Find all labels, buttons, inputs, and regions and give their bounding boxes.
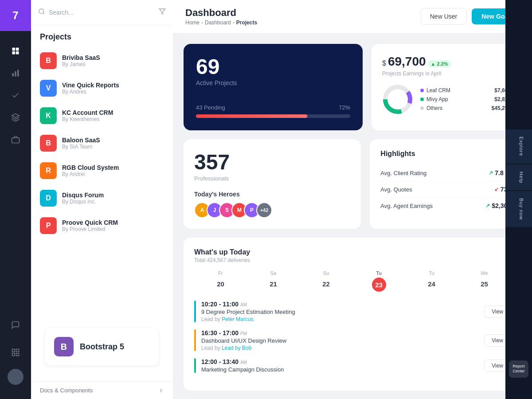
highlight-row-2: Avg. Quotes ↙730 (380, 181, 511, 198)
explore-tab[interactable]: Explore (505, 129, 532, 163)
project-logo-1: V (40, 80, 57, 97)
header: Dashboard Home - Dashboard - Projects Ne… (173, 0, 532, 33)
filter-icon[interactable] (159, 8, 166, 17)
legend: Leaf CRM Mivy App Others (420, 87, 485, 111)
sidebar-icon-layers[interactable] (0, 106, 31, 129)
sidebar-icon-message[interactable] (0, 314, 31, 336)
svg-rect-10 (16, 349, 19, 352)
project-item-5[interactable]: D Disqus Forum By Disqus Inc. (31, 184, 173, 212)
cal-day-21[interactable]: Sa 21 (247, 270, 300, 292)
svg-point-13 (39, 9, 44, 14)
buy-now-tab[interactable]: Buy now (505, 191, 532, 227)
projects-title: Projects (31, 25, 173, 47)
arrow-up-1: ↗ (489, 170, 493, 176)
event-title-1: 9 Degree Project Estimation Meeting (201, 309, 479, 315)
sidebar-icon-home[interactable] (0, 40, 31, 62)
breadcrumb-projects: Projects (236, 20, 257, 26)
project-item-6[interactable]: P Proove Quick CRM By Proove Limited (31, 212, 173, 239)
event-lead-link-1[interactable]: Peter Marcus (222, 316, 253, 322)
svg-marker-7 (12, 114, 20, 117)
cal-day-22[interactable]: Su 22 (300, 270, 352, 292)
sidebar-icon-charts[interactable] (0, 62, 31, 84)
project-name-3: Baloon SaaS (62, 137, 164, 144)
svg-marker-15 (159, 9, 165, 14)
avatar-more: +42 (256, 202, 272, 218)
help-tab[interactable]: Help (505, 164, 532, 191)
pending-pct: 72% (339, 104, 350, 111)
event-3: 12:00 - 13:40 AM Marketing Campaign Disc… (194, 358, 511, 373)
svg-rect-12 (12, 353, 15, 356)
cal-day-24[interactable]: Tu 24 (405, 270, 458, 292)
project-by-0: By James (62, 61, 164, 67)
legend-dot-mivy (420, 98, 424, 101)
event-content-3: 12:00 - 13:40 AM Marketing Campaign Disc… (201, 358, 479, 373)
legend-mivy: Mivy App (420, 96, 485, 102)
project-item-3[interactable]: B Baloon SaaS By SIA Team (31, 129, 173, 157)
docs-link[interactable]: Docs & Components (31, 381, 173, 399)
header-actions: New User New Goal (421, 8, 520, 25)
project-item-4[interactable]: R RGB Cloud System By Andrei (31, 157, 173, 184)
project-item-2[interactable]: K KC Account CRM By Keenthemes (31, 102, 173, 129)
new-user-button[interactable]: New User (421, 8, 466, 25)
project-logo-5: D (40, 190, 57, 207)
project-item-0[interactable]: B Briviba SaaS By James (31, 47, 173, 74)
earnings-number: 69,700 (388, 55, 426, 69)
sidebar-icon-briefcase[interactable] (0, 129, 31, 151)
event-time-3: 12:00 - 13:40 AM (201, 358, 479, 365)
progress-bar-fill (196, 114, 307, 118)
bootstrap-card: B Bootstrap 5 (45, 328, 159, 365)
report-center-button[interactable]: Report Center (509, 360, 528, 378)
project-logo-3: B (40, 135, 57, 152)
progress-bar-bg (196, 114, 350, 118)
search-bar (31, 0, 173, 25)
svg-rect-11 (16, 353, 19, 356)
project-by-4: By Andrei (62, 171, 164, 177)
project-name-2: KC Account CRM (62, 109, 164, 116)
event-lead-link-2[interactable]: Lead by Bob (222, 345, 251, 351)
earnings-subtitle: Projects Earnings in April (382, 70, 511, 77)
page-title: Dashboard (185, 7, 257, 19)
project-name-1: Vine Quick Reports (62, 82, 164, 89)
breadcrumb: Home - Dashboard - Projects (185, 20, 257, 26)
bootstrap-title: Bootstrap 5 (80, 342, 124, 352)
legend-others: Others (420, 105, 485, 111)
arrow-down-2: ↙ (494, 186, 499, 192)
professionals-card: 357 Professionals Today's Heroes A J S M… (184, 139, 361, 229)
project-by-1: By Andres (62, 89, 164, 95)
svg-rect-8 (12, 138, 20, 143)
project-name-6: Proove Quick CRM (62, 219, 164, 226)
event-lead-2: Lead by Lead by Bob (201, 345, 479, 351)
search-input[interactable] (49, 9, 155, 16)
sidebar-icon-grid2[interactable] (0, 341, 31, 364)
sidebar-user-avatar[interactable] (8, 369, 23, 385)
main-content: Dashboard Home - Dashboard - Projects Ne… (173, 0, 532, 399)
event-stripe-3 (194, 358, 196, 373)
project-item-1[interactable]: V Vine Quick Reports By Andres (31, 74, 173, 102)
cal-day-20[interactable]: Fr 20 (194, 270, 247, 292)
heroes-label: Today's Heroes (194, 191, 350, 198)
svg-rect-3 (16, 51, 19, 55)
project-by-6: By Proove Limited (62, 226, 164, 232)
professionals-count: 357 (194, 150, 350, 174)
donut-chart (382, 84, 413, 115)
highlight-row-3: Avg. Agent Earnings ↗$2,309 (380, 198, 511, 214)
project-logo-6: P (40, 217, 57, 234)
highlights-card: Highlights Avg. Client Rating ↗7.8 10 Av… (370, 139, 521, 229)
search-icon (38, 8, 45, 17)
cal-day-23[interactable]: Tu 23 (352, 270, 405, 292)
calendar-subtitle: Total 424,567 deliveries (194, 257, 511, 263)
svg-rect-0 (12, 48, 16, 51)
row-1: 69 Active Projects 43 Pending 72% $ 69,7… (184, 44, 521, 130)
event-1: 10:20 - 11:00 AM 9 Degree Project Estima… (194, 301, 511, 322)
project-info-2: KC Account CRM By Keenthemes (62, 109, 164, 122)
svg-rect-4 (12, 73, 14, 77)
pending-row: 43 Pending 72% (196, 104, 350, 111)
highlight-label-2: Avg. Quotes (380, 186, 412, 193)
breadcrumb-home: Home (185, 20, 200, 26)
project-info-3: Baloon SaaS By SIA Team (62, 137, 164, 150)
projects-list: B Briviba SaaS By James V Vine Quick Rep… (31, 47, 173, 239)
row-3: What's up Today Total 424,567 deliveries… (184, 238, 521, 391)
cal-day-25[interactable]: We 25 (458, 270, 511, 292)
sidebar-icon-check[interactable] (0, 84, 31, 106)
pending-label: 43 Pending (196, 104, 225, 111)
